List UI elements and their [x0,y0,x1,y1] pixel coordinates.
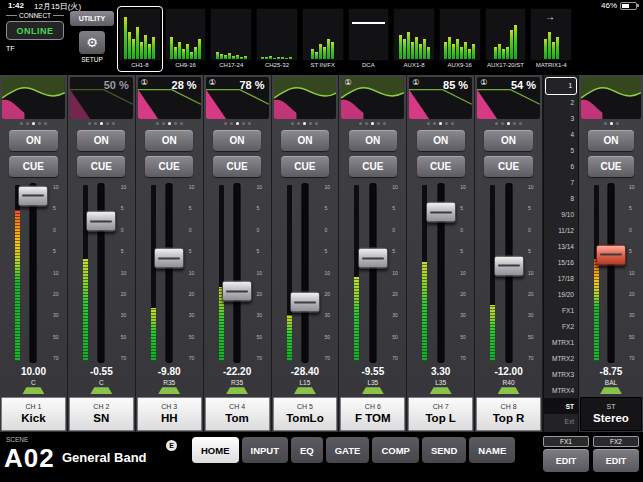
scene-panel[interactable]: SCENE A02 General Band E [4,434,186,480]
channel-name[interactable]: CH 4 Tom [205,397,270,431]
tab-send[interactable]: SEND [422,437,466,463]
bus-item[interactable]: 15/16 [544,254,578,270]
bank-tab-ch25-32[interactable]: CH25-32 [255,7,299,71]
fader-cap[interactable] [18,185,48,206]
pan-control[interactable]: L15 [272,378,339,396]
on-button[interactable]: ON [9,130,57,151]
bank-tab-aux1-8[interactable]: AUX1-8 [392,7,436,71]
bus-item[interactable]: 5 [544,143,578,159]
pan-control[interactable]: C [68,378,135,396]
bus-item[interactable]: MTRX2 [544,350,578,366]
channel-name[interactable]: CH 5 TomLo [273,397,338,431]
processing-thumbnail[interactable] [2,77,65,119]
channel-name[interactable]: CH 8 Top R [476,397,541,431]
bus-item[interactable]: FX2 [544,318,578,334]
fader-cap[interactable] [154,248,184,269]
setup-button[interactable]: ⚙ SETUP [72,31,112,63]
fader[interactable]: 105051020305070 [407,181,474,365]
on-button[interactable]: ON [484,130,532,151]
bus-item[interactable]: ST [544,398,578,414]
pan-control[interactable]: C [0,378,67,396]
processing-thumbnail[interactable]: ① 78 % [206,77,269,119]
tab-input[interactable]: INPUT [242,437,289,463]
fader[interactable]: 105051020305070 [204,181,271,365]
cue-button[interactable]: CUE [417,156,465,177]
bus-item[interactable]: 4 [544,127,578,143]
processing-thumbnail[interactable] [274,77,337,119]
bus-item[interactable]: 9/10 [544,207,578,223]
on-button[interactable]: ON [281,130,329,151]
bank-tab-aux9-16[interactable]: AUX9-16 [438,7,482,71]
fader[interactable]: 105051020305070 [68,181,135,365]
processing-thumbnail[interactable]: ① 28 % [138,77,201,119]
tab-eq[interactable]: EQ [291,437,323,463]
bus-item[interactable]: MTRX1 [544,334,578,350]
processing-thumbnail[interactable] [581,77,641,119]
fader-cap[interactable] [494,255,524,276]
fader-cap[interactable] [596,244,626,265]
on-button[interactable]: ON [77,130,125,151]
pan-control[interactable]: L35 [407,378,474,396]
bus-item[interactable]: Ext [544,414,578,430]
bus-item[interactable]: 8 [544,191,578,207]
tab-home[interactable]: HOME [192,437,239,463]
cue-button[interactable]: CUE [145,156,193,177]
fader-cap[interactable] [426,202,456,223]
fader[interactable]: 105051020305070 [475,181,542,365]
bank-tab-dca[interactable]: DCA [347,7,391,71]
pan-control[interactable]: R35 [136,378,203,396]
online-button[interactable]: ONLINE [6,21,64,40]
pan-control[interactable]: R40 [475,378,542,396]
fader-cap[interactable] [222,281,252,302]
channel-name[interactable]: CH 7 Top L [408,397,473,431]
processing-thumbnail[interactable]: 50 % [70,77,133,119]
pan-control[interactable]: R35 [204,378,271,396]
processing-thumbnail[interactable]: ① 54 % [477,77,540,119]
bank-tab-ch17-24[interactable]: CH17-24 [209,7,253,71]
bank-tab-ch1-8[interactable]: CH1-8 [118,7,162,71]
tab-name[interactable]: NAME [469,437,515,463]
fader[interactable]: 105051020305070 [136,181,203,365]
processing-thumbnail[interactable]: ① 85 % [409,77,472,119]
channel-name[interactable]: CH 3 HH [137,397,202,431]
channel-name[interactable]: CH 6 F TOM [340,397,405,431]
utility-button[interactable]: UTILITY [70,11,114,26]
channel-name[interactable]: CH 2 SN [69,397,134,431]
tab-comp[interactable]: COMP [372,437,419,463]
bus-item[interactable]: 11/12 [544,223,578,239]
balance-control[interactable]: BAL [579,378,643,396]
cue-button[interactable]: CUE [588,156,634,177]
tab-gate[interactable]: GATE [326,437,370,463]
cue-button[interactable]: CUE [349,156,397,177]
master-fader[interactable]: 105051020305070 [579,181,643,365]
fader[interactable]: 105051020305070 [339,181,406,365]
bus-item[interactable]: MTRX3 [544,366,578,382]
channel-name[interactable]: CH 1 Kick [1,397,66,431]
fader-cap[interactable] [290,292,320,313]
bus-item[interactable]: 19/20 [544,286,578,302]
bus-item[interactable]: 2 [544,95,578,111]
cue-button[interactable]: CUE [281,156,329,177]
bus-item[interactable]: 6 [544,159,578,175]
fx1-edit-button[interactable]: EDIT [543,449,589,472]
fader[interactable]: 105051020305070 [272,181,339,365]
on-button[interactable]: ON [417,130,465,151]
fader[interactable]: 105051020305070 [0,181,67,365]
cue-button[interactable]: CUE [77,156,125,177]
bank-tab-ch9-16[interactable]: CH9-16 [164,7,208,71]
on-button[interactable]: ON [145,130,193,151]
fader-cap[interactable] [86,211,116,232]
cue-button[interactable]: CUE [213,156,261,177]
fx2-edit-button[interactable]: EDIT [593,449,639,472]
on-button[interactable]: ON [349,130,397,151]
bus-item[interactable]: 3 [544,111,578,127]
on-button[interactable]: ON [213,130,261,151]
bus-item[interactable]: 17/18 [544,270,578,286]
bank-tab-aux17-20-st[interactable]: AUX17-20/ST [484,7,528,71]
bus-item[interactable]: 13/14 [544,239,578,255]
cue-button[interactable]: CUE [9,156,57,177]
processing-thumbnail[interactable]: ① [341,77,404,119]
fader-cap[interactable] [358,248,388,269]
bank-tab-stin-fx[interactable]: ST IN/FX [301,7,345,71]
bus-item[interactable]: 7 [544,175,578,191]
